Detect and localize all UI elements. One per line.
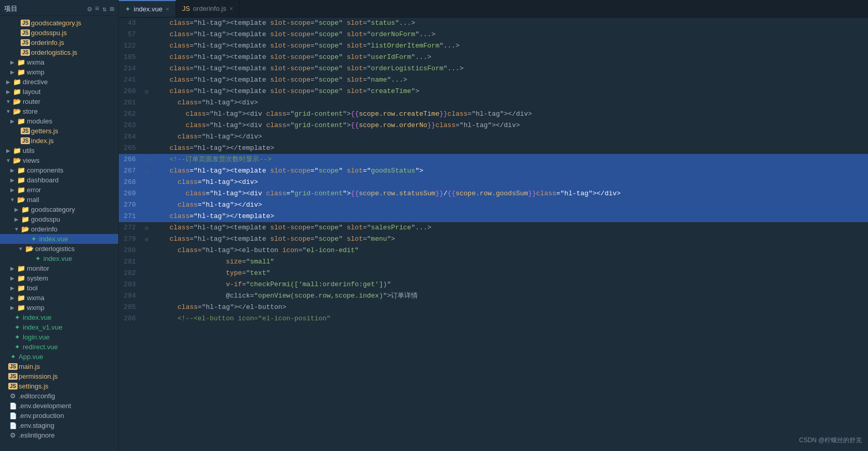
code-line: 262 class="hl-tag"><div class="grid-cont… <box>119 108 868 120</box>
sidebar-item-layout[interactable]: ▶📁layout <box>0 87 118 97</box>
sidebar-item-app-vue[interactable]: ✦App.vue <box>0 352 118 362</box>
tree-item-label: login.vue <box>23 333 50 341</box>
sidebar-item-orderlogistics-js[interactable]: JSorderlogistics.js <box>0 48 118 57</box>
line-gutter <box>142 131 151 143</box>
sidebar-item-index-js-store[interactable]: JSindex.js <box>0 136 118 146</box>
sidebar-item-env-production[interactable]: 📄.env.production <box>0 411 118 421</box>
tree-indent <box>0 314 4 321</box>
gear-icon[interactable]: ⚙ <box>87 5 91 13</box>
sidebar-item-system[interactable]: ▶📁system <box>0 273 118 283</box>
line-number: 281 <box>119 256 142 268</box>
sidebar-item-eslintignore[interactable]: ⚙.eslintignore <box>0 430 118 440</box>
sidebar-item-wxmp[interactable]: ▶📁wxmp <box>0 67 118 77</box>
sidebar-item-wxma-views[interactable]: ▶📁wxma <box>0 293 118 303</box>
js-icon: JS <box>21 39 30 46</box>
tree-indent <box>0 206 12 213</box>
tree-indent <box>0 98 4 105</box>
sidebar-item-tool[interactable]: ▶📁tool <box>0 283 118 293</box>
tree-item-label: wxmp <box>27 68 44 76</box>
tree-indent <box>0 333 4 341</box>
sidebar-item-getters-js[interactable]: JSgetters.js <box>0 126 118 136</box>
line-number: 267 <box>119 165 142 177</box>
sidebar-item-goodsspu-folder[interactable]: ▶📁goodsspu <box>0 214 118 224</box>
sidebar-item-directive[interactable]: ▶📁directive <box>0 77 118 87</box>
sidebar-item-index-vue-orderinfo[interactable]: ✦index.vue <box>0 234 118 244</box>
tree-item-label: goodscategory.js <box>31 19 81 27</box>
sidebar-item-index-vue-root[interactable]: ✦index.vue <box>0 313 118 322</box>
tree-indent <box>0 225 12 233</box>
line-number: 264 <box>119 131 142 143</box>
folder-icon: 📂 <box>12 157 22 164</box>
tree-indent <box>0 166 8 174</box>
sidebar-item-redirect-vue[interactable]: ✦redirect.vue <box>0 342 118 352</box>
env-icon: 📄 <box>8 422 18 429</box>
js-icon: JS <box>8 363 18 370</box>
sidebar-item-wxmp-views[interactable]: ▶📁wxmp <box>0 303 118 313</box>
tree-item-label: views <box>23 157 40 164</box>
code-line: 185 class="hl-tag"><template slot-scope=… <box>119 52 868 63</box>
sidebar-item-login-vue[interactable]: ✦login.vue <box>0 332 118 342</box>
tree-item-label: error <box>27 186 41 194</box>
tab-orderinfo-js[interactable]: JS orderinfo.js × <box>176 0 240 17</box>
line-content: class="hl-tag"><el-button icon="el-icon-… <box>151 245 868 256</box>
sidebar-item-mall[interactable]: ▼📂mall <box>0 195 118 205</box>
sidebar-item-settings-js[interactable]: JSsettings.js <box>0 381 118 391</box>
more-icon[interactable]: ⊞ <box>110 5 114 13</box>
sidebar-item-orderinfo-js[interactable]: JSorderinfo.js <box>0 38 118 48</box>
code-line: 272⊟ class="hl-tag"><template slot-scope… <box>119 222 868 234</box>
tree-indent <box>0 294 8 302</box>
tab-close-icon[interactable]: × <box>229 5 233 12</box>
sort-icon[interactable]: ⇅ <box>102 5 106 13</box>
sidebar-item-env-development[interactable]: 📄.env.development <box>0 401 118 411</box>
tree-indent <box>0 245 17 253</box>
tree-item-label: utils <box>23 147 35 154</box>
sidebar-item-modules[interactable]: ▶📁modules <box>0 116 118 126</box>
sidebar-item-views[interactable]: ▼📂views <box>0 155 118 165</box>
line-content: class="hl-tag"><template slot-scope="sco… <box>151 29 868 40</box>
sidebar-item-index-vue-orderlogistics[interactable]: ✦index.vue <box>0 254 118 263</box>
code-line: 57 class="hl-tag"><template slot-scope="… <box>119 29 868 40</box>
sidebar-item-orderinfo-folder[interactable]: ▼📂orderinfo <box>0 224 118 234</box>
sidebar-item-utils[interactable]: ▶📁utils <box>0 146 118 155</box>
sidebar-item-error[interactable]: ▶📁error <box>0 185 118 195</box>
line-gutter <box>142 108 151 120</box>
sidebar-item-components[interactable]: ▶📁components <box>0 165 118 175</box>
sidebar-item-goodscategory-js[interactable]: JSgoodscategory.js <box>0 18 118 28</box>
line-gutter <box>142 256 151 268</box>
sidebar-item-env-staging[interactable]: 📄.env.staging <box>0 421 118 430</box>
line-number: 122 <box>119 40 142 52</box>
sidebar-item-router[interactable]: ▼📂router <box>0 97 118 106</box>
code-editor[interactable]: 43 class="hl-tag"><template slot-scope="… <box>119 18 868 451</box>
tab-index-vue[interactable]: ✦ index.vue × <box>119 0 176 17</box>
sidebar-item-index-v1-vue[interactable]: ✦index_v1.vue <box>0 322 118 332</box>
sidebar-item-orderlogistics-folder[interactable]: ▼📂orderlogistics <box>0 244 118 254</box>
sidebar-item-goodscategory-folder[interactable]: ▶📁goodscategory <box>0 205 118 214</box>
tree-indent <box>0 19 12 27</box>
line-gutter: ⊟ <box>142 234 151 245</box>
sidebar: 项目 ⚙ ≡ ⇅ ⊞ JSgoodscategory.js JSgoodsspu… <box>0 0 119 451</box>
sidebar-item-permission-js[interactable]: JSpermission.js <box>0 371 118 381</box>
line-number: 280 <box>119 245 142 256</box>
tree-item-label: orderinfo <box>31 225 57 233</box>
sidebar-item-goodsspu-js[interactable]: JSgoodsspu.js <box>0 28 118 38</box>
tree-item-label: system <box>27 274 48 282</box>
line-number: 283 <box>119 279 142 290</box>
line-content: class="hl-tag"><div class="grid-content"… <box>151 120 868 131</box>
line-content: class="hl-tag"><template slot-scope="sco… <box>151 18 868 29</box>
code-line: 267⊟ class="hl-tag"><template slot-scope… <box>119 165 868 177</box>
tab-close-icon[interactable]: × <box>166 6 169 13</box>
line-gutter <box>142 177 151 188</box>
sidebar-item-dashboard[interactable]: ▶📁dashboard <box>0 175 118 185</box>
sidebar-item-main-js[interactable]: JSmain.js <box>0 362 118 371</box>
sidebar-item-monitor[interactable]: ▶📁monitor <box>0 263 118 273</box>
line-gutter <box>142 245 151 256</box>
sidebar-item-store[interactable]: ▼📂store <box>0 106 118 116</box>
tree-arrow-icon: ▶ <box>8 59 17 65</box>
line-number: 265 <box>119 143 142 154</box>
code-line: 268 class="hl-tag"><div> <box>119 177 868 188</box>
sidebar-item-editorconfig[interactable]: ⚙.editorconfig <box>0 391 118 401</box>
list-icon[interactable]: ≡ <box>95 5 99 13</box>
sidebar-item-wxma[interactable]: ▶📁wxma <box>0 57 118 67</box>
line-gutter <box>142 279 151 290</box>
tree-arrow-icon: ▼ <box>12 226 21 232</box>
